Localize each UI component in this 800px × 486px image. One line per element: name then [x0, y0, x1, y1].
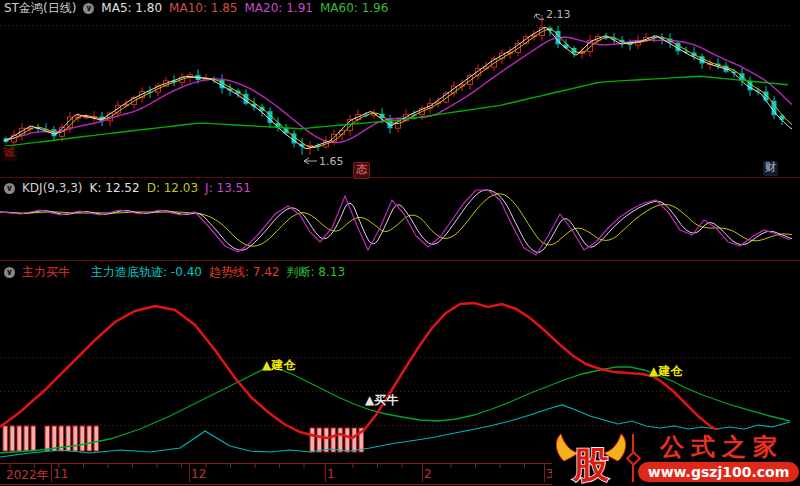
j-value: J: 13.51: [205, 181, 251, 195]
kdj-title: KDJ(9,3,3): [22, 181, 83, 195]
axis-ticks: [10, 464, 545, 482]
seal-char-icon: 态: [353, 162, 370, 179]
site-watermark: 股 公式之家 www.gszj100.com: [552, 430, 800, 486]
collapse-signal-icon[interactable]: ∨: [4, 267, 15, 278]
logo-char: 股: [572, 444, 609, 485]
axis-month-label: 12: [191, 467, 206, 481]
site-url: www.gszj100.com: [638, 462, 800, 482]
collapse-kdj-icon[interactable]: ∨: [4, 183, 15, 194]
axis-month-label: 1: [327, 467, 335, 481]
seal-char-icon: 诚: [2, 146, 17, 161]
judge-value: 判断: 8.13: [286, 265, 345, 279]
main-panel-header: ST金鸿(日线) ∨ MA5: 1.80 MA10: 1.85 MA20: 1.…: [4, 1, 395, 15]
axis-month-label: 2: [424, 467, 432, 481]
ma10-value: MA10: 1.85: [169, 1, 237, 15]
signal-title: 主力买牛: [22, 265, 70, 279]
j-line: [0, 190, 790, 255]
ma60-line: [4, 76, 788, 146]
ma5-value: MA5: 1.80: [101, 1, 162, 15]
signal-annotation: ▲建仓: [262, 357, 295, 374]
axis-month-label: 2022年: [6, 467, 49, 484]
track-value: 主力造底轨迹: -0.40: [91, 265, 202, 279]
ma20-value: MA20: 1.91: [245, 1, 313, 15]
signal-panel-header: ∨ 主力买牛 主力造底轨迹: -0.40 趋势线: 7.42 判断: 8.13: [4, 265, 352, 279]
high-price-label: 2.13: [546, 8, 571, 21]
chart-canvas[interactable]: [0, 0, 800, 486]
kdj-panel-header: ∨ KDJ(9,3,3) K: 12.52 D: 12.03 J: 13.51: [4, 181, 258, 195]
collapse-main-icon[interactable]: ∨: [83, 3, 94, 14]
site-name: 公式之家: [653, 434, 784, 461]
candlestick-series: [4, 15, 785, 155]
d-value: D: 12.03: [147, 181, 198, 195]
bull-logo-icon: 股: [552, 430, 630, 486]
seal-char-icon: 财: [763, 161, 778, 176]
axis-month-label: 11: [53, 467, 68, 481]
k-value: K: 12.52: [90, 181, 140, 195]
ma60-value: MA60: 1.96: [320, 1, 388, 15]
trend-value: 趋势线: 7.42: [209, 265, 280, 279]
signal-annotation: ▲买牛: [365, 392, 398, 409]
low-price-label: 1.65: [319, 155, 344, 168]
signal-annotation: ▲建仓: [649, 363, 682, 380]
stock-title: ST金鸿(日线): [4, 1, 76, 15]
watermark-divider: [632, 434, 634, 482]
k-line: [0, 190, 792, 252]
app-window: ST金鸿(日线) ∨ MA5: 1.80 MA10: 1.85 MA20: 1.…: [0, 0, 800, 486]
